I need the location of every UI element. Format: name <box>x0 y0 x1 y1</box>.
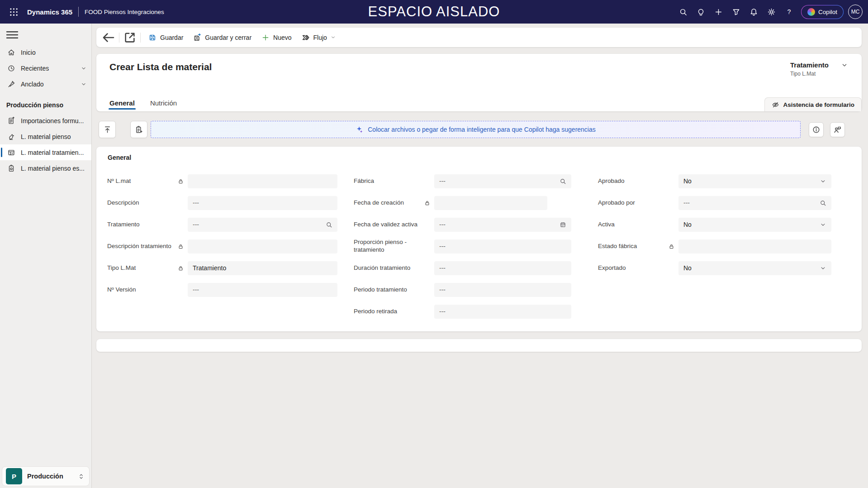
field-value: --- <box>439 308 446 315</box>
topbar-left: Dynamics 365 FOOD Piensos Integraciones <box>0 4 164 19</box>
home-icon <box>7 48 15 57</box>
form-row-descripcion: Descripción--- <box>107 192 337 214</box>
form-row-fabrica: Fábrica--- <box>354 170 571 192</box>
field-aprobado-por[interactable]: --- <box>678 196 831 210</box>
chevron-down-icon <box>820 178 826 185</box>
copilot-label: Copilot <box>818 9 837 15</box>
tab-general[interactable]: General <box>109 94 135 111</box>
form-row-fecha-de-creacion: Fecha de creación <box>354 192 571 214</box>
sidebar-item-l-material-pienso[interactable]: L. material pienso <box>0 129 91 144</box>
sidebar-item-anclado[interactable]: Anclado <box>0 76 91 92</box>
feedback-button[interactable] <box>830 122 845 137</box>
add-button[interactable] <box>711 5 726 19</box>
field-tratamiento[interactable]: --- <box>188 218 337 232</box>
chevron-down-icon <box>81 81 87 87</box>
field-descripcion[interactable]: --- <box>188 196 337 210</box>
sidebar-item-l-material-pienso-es[interactable]: L. material pienso es... <box>0 160 91 176</box>
field-label: Periodo tratamiento <box>354 286 424 294</box>
form-assist-label: Asistencia de formulario <box>783 101 854 108</box>
search-button[interactable] <box>676 5 691 19</box>
field-label: Nº Versión <box>107 286 178 294</box>
field-exportado[interactable]: No <box>678 261 831 275</box>
help-button[interactable]: ? <box>782 5 797 19</box>
sidebar-nav: InicioRecientesAnclado <box>0 44 91 92</box>
sidebar-item-inicio[interactable]: Inicio <box>0 44 91 60</box>
main-content: GuardarGuardar y cerrarNuevoFlujo Crear … <box>92 24 868 488</box>
sidebar-item-label: Anclado <box>21 81 44 88</box>
bottom-section-card <box>96 339 862 352</box>
field-periodo-retirada[interactable]: --- <box>434 305 571 319</box>
material-box-icon <box>7 148 15 157</box>
chevron-down-icon <box>330 34 336 40</box>
environment-picker[interactable]: P Producción <box>2 466 90 486</box>
tab-nutricion[interactable]: Nutrición <box>150 94 177 111</box>
app-name[interactable]: Dynamics 365 <box>27 8 72 16</box>
field-descripcion-tratamiento[interactable] <box>188 239 337 254</box>
search-icon <box>820 200 826 206</box>
field-aprobado[interactable]: No <box>678 174 831 188</box>
settings-button[interactable] <box>764 5 779 19</box>
sidebar-collapse-button[interactable] <box>5 27 20 43</box>
field-duracion-tratamiento[interactable]: --- <box>434 261 571 275</box>
form-row-duracion-tratamiento: Duración tratamiento--- <box>354 257 571 279</box>
chevron-down-icon <box>820 265 826 272</box>
command-divider <box>119 33 119 43</box>
lock-icon <box>178 244 188 249</box>
form-row-estado-fabrica: Estado fábrica <box>598 235 831 257</box>
command-guardar-y-cerrar[interactable]: Guardar y cerrar <box>188 30 256 45</box>
smart-paste-button[interactable] <box>130 121 147 138</box>
add-icon <box>261 33 270 42</box>
form-assist-button[interactable]: Asistencia de formulario <box>764 97 862 111</box>
field-label: Estado fábrica <box>598 243 669 250</box>
chevron-updown-icon <box>78 473 85 480</box>
field-proporcion-pienso-tratamiento[interactable]: --- <box>434 239 571 254</box>
field-fabrica[interactable]: --- <box>434 174 571 188</box>
field-label: Aprobado <box>598 177 669 185</box>
chevron-down-icon <box>81 65 87 72</box>
form-row-descripcion-tratamiento: Descripción tratamiento <box>107 235 337 257</box>
filter-button[interactable] <box>729 5 744 19</box>
upload-file-button[interactable] <box>99 121 116 138</box>
field-label: Duración tratamiento <box>354 264 424 272</box>
back-button[interactable] <box>101 30 116 45</box>
copilot-drop-banner[interactable]: Colocar archivos o pegar de forma inteli… <box>151 121 801 138</box>
sidebar-item-recientes[interactable]: Recientes <box>0 60 91 76</box>
field-n-l-mat[interactable] <box>188 174 337 188</box>
copilot-button[interactable]: Copilot <box>801 5 844 19</box>
user-avatar[interactable]: MC <box>848 5 863 19</box>
field-label: Exportado <box>598 264 669 272</box>
command-label: Guardar <box>160 34 183 41</box>
command-flujo[interactable]: Flujo <box>297 30 341 45</box>
field-tipo-l-mat[interactable]: Tratamiento <box>188 261 337 275</box>
sidebar-item-importaciones-formu[interactable]: Importaciones formu... <box>0 113 91 129</box>
command-nuevo[interactable]: Nuevo <box>256 30 296 45</box>
chevron-down-icon[interactable] <box>841 62 848 69</box>
field-value: --- <box>193 199 199 206</box>
form-row-exportado: ExportadoNo <box>598 257 831 279</box>
field-fecha-de-validez-activa[interactable]: --- <box>434 218 571 232</box>
field-fecha-de-creacion[interactable] <box>434 196 547 210</box>
app-launcher-button[interactable] <box>6 4 21 19</box>
lightbulb-button[interactable] <box>693 5 708 19</box>
form-row-n-l-mat: Nº L.mat <box>107 170 337 192</box>
search-icon <box>326 221 332 228</box>
form-row-n-version: Nº Versión--- <box>107 279 337 301</box>
field-value: --- <box>193 221 199 228</box>
field-value: Tratamiento <box>193 264 226 272</box>
sidebar-item-l-material-tratamien[interactable]: L. material tratamien... <box>0 144 91 160</box>
field-estado-fabrica[interactable] <box>678 239 831 254</box>
command-guardar[interactable]: Guardar <box>143 30 188 45</box>
field-n-version[interactable]: --- <box>188 283 337 297</box>
field-value: --- <box>439 221 446 228</box>
field-label: Fecha de creación <box>354 199 424 207</box>
animal-icon <box>7 133 15 141</box>
org-name[interactable]: FOOD Piensos Integraciones <box>85 9 164 15</box>
field-activa[interactable]: No <box>678 218 831 232</box>
form-row-activa: ActivaNo <box>598 214 831 235</box>
notifications-button[interactable] <box>746 5 761 19</box>
record-type-value: Tratamiento <box>790 61 829 69</box>
info-button[interactable] <box>809 122 824 137</box>
open-in-new-window-button[interactable] <box>122 30 138 45</box>
field-periodo-tratamiento[interactable]: --- <box>434 283 571 297</box>
field-value: --- <box>439 264 446 272</box>
